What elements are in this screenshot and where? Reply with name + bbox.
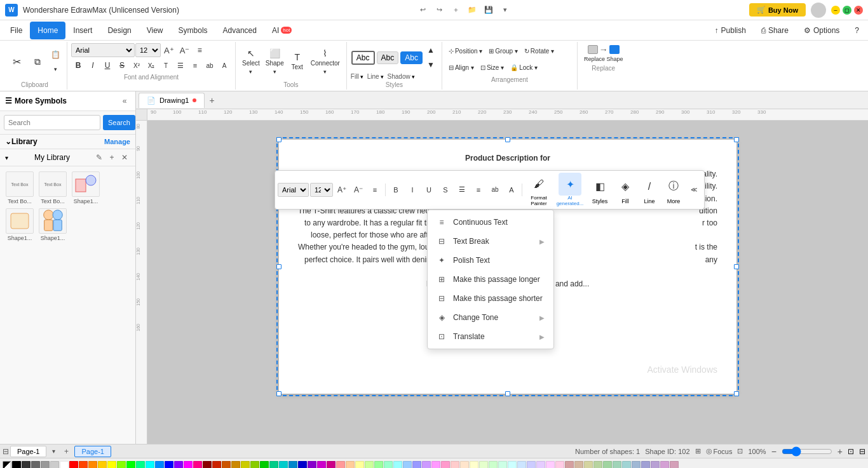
format-painter-button[interactable]: 🖌 <box>527 173 550 196</box>
color-swatch[interactable] <box>527 461 536 469</box>
search-input[interactable] <box>4 115 100 130</box>
color-swatch[interactable] <box>308 461 316 469</box>
color-swatch[interactable] <box>12 461 21 469</box>
publish-button[interactable]: ↑ Publish <box>709 23 752 37</box>
ai-generated-button[interactable]: ✦ <box>559 173 581 196</box>
color-swatch[interactable] <box>136 461 145 469</box>
color-swatch[interactable] <box>317 461 326 469</box>
handle-tm[interactable] <box>505 137 510 142</box>
sidebar-collapse-button[interactable]: « <box>119 95 130 107</box>
edit-library-button[interactable]: ✎ <box>93 152 105 163</box>
color-swatch[interactable] <box>489 461 498 469</box>
close-library-button[interactable]: ✕ <box>119 152 130 163</box>
ft-list[interactable]: ☰ <box>454 182 470 197</box>
zoom-in-button[interactable]: + <box>837 446 843 457</box>
color-swatch[interactable] <box>212 461 221 469</box>
help-button[interactable]: ? <box>848 23 865 37</box>
minimize-button[interactable]: – <box>831 6 840 15</box>
color-swatch[interactable] <box>651 461 660 469</box>
drawing-tab[interactable]: 📄 Drawing1 <box>139 93 205 108</box>
color-swatch[interactable] <box>241 461 250 469</box>
color-swatch[interactable] <box>203 461 212 469</box>
layers-button[interactable]: ⊞ <box>695 447 701 455</box>
increase-font-button[interactable]: A⁺ <box>161 43 177 57</box>
color-swatch[interactable] <box>288 461 297 469</box>
menu-home[interactable]: Home <box>30 22 65 39</box>
color-swatch[interactable] <box>336 461 345 469</box>
ft-styles-button[interactable]: ◧ <box>588 175 611 198</box>
font-size-select[interactable]: 12 <box>135 43 161 57</box>
color-swatch[interactable] <box>546 461 555 469</box>
handle-bl[interactable] <box>276 391 281 396</box>
color-swatch[interactable] <box>298 461 307 469</box>
align-button[interactable]: ⊟ Align ▾ <box>446 60 477 75</box>
color-swatch[interactable] <box>517 461 526 469</box>
handle-mr[interactable] <box>734 264 739 269</box>
ft-increase-font[interactable]: A⁺ <box>334 182 349 197</box>
library-header[interactable]: ⌄ Library Manage <box>0 135 135 149</box>
italic-button[interactable]: I <box>86 58 100 72</box>
color-swatch[interactable] <box>470 461 478 469</box>
text-color-button[interactable]: A <box>217 58 231 72</box>
text-button[interactable]: T Text <box>287 45 308 78</box>
color-swatch[interactable] <box>184 461 193 469</box>
color-swatch[interactable] <box>222 461 231 469</box>
list-item[interactable]: Shape1... <box>38 208 67 241</box>
cm-translate[interactable]: ⊡ Translate ▶ <box>428 327 553 346</box>
ft-align[interactable]: ≡ <box>367 182 383 197</box>
text-style-button[interactable]: T <box>159 58 173 72</box>
cut-button[interactable]: ✂ <box>6 45 27 78</box>
save-button[interactable]: 💾 <box>481 3 496 17</box>
connector-button[interactable]: ⌇ Connector ▾ <box>308 45 342 78</box>
cm-continuous-text[interactable]: ≡ Continuous Text <box>428 213 553 232</box>
color-swatch[interactable] <box>355 461 364 469</box>
menu-design[interactable]: Design <box>100 22 139 39</box>
color-swatch[interactable] <box>79 461 88 469</box>
rotate-button[interactable]: ↻ Rotate ▾ <box>522 43 557 58</box>
zoom-out-button[interactable]: − <box>771 446 776 457</box>
ft-line-button[interactable]: / <box>638 175 661 198</box>
list-item[interactable]: Shape1... <box>71 171 100 204</box>
style-preview-1[interactable]: Abc <box>351 51 375 65</box>
replace-shape-button[interactable]: → Replace Shape <box>581 43 626 64</box>
menu-view[interactable]: View <box>139 22 171 39</box>
color-swatch[interactable] <box>98 461 107 469</box>
styles-down-button[interactable]: ▼ <box>424 58 438 72</box>
subscript-button[interactable]: X₂ <box>144 58 158 72</box>
ft-underline[interactable]: U <box>421 182 437 197</box>
color-swatch[interactable] <box>250 461 259 469</box>
active-page-tab[interactable]: Page-1 <box>74 446 111 457</box>
ft-bullet[interactable]: ≡ <box>471 182 486 197</box>
color-swatch[interactable] <box>31 461 40 469</box>
add-tab-button[interactable]: + <box>205 93 219 107</box>
cm-make-shorter[interactable]: ⊟ Make this passage shorter <box>428 289 553 308</box>
add-page-button[interactable]: ▾ <box>48 446 59 457</box>
ft-strike[interactable]: S <box>438 182 453 197</box>
list-item[interactable]: Text Box Text Bo... <box>38 171 67 204</box>
style-preview-2[interactable]: Abc <box>377 51 399 64</box>
color-swatch[interactable] <box>555 461 564 469</box>
color-swatch[interactable] <box>365 461 374 469</box>
group-button[interactable]: ⊞ Group ▾ <box>486 43 520 58</box>
color-swatch[interactable] <box>231 461 240 469</box>
user-avatar[interactable] <box>811 3 826 18</box>
color-swatch[interactable] <box>279 461 288 469</box>
maximize-button[interactable]: ◻ <box>843 6 851 15</box>
color-swatch[interactable] <box>41 461 50 469</box>
color-swatch[interactable] <box>431 461 440 469</box>
styles-up-button[interactable]: ▲ <box>424 43 438 57</box>
color-swatch[interactable] <box>327 461 336 469</box>
ft-font-select[interactable]: Arial <box>278 183 309 197</box>
paste-arrow[interactable]: ▾ <box>48 62 63 76</box>
menu-symbols[interactable]: Symbols <box>171 22 215 39</box>
list-item[interactable]: Shape1... <box>5 208 34 241</box>
ft-bold[interactable]: B <box>388 182 403 197</box>
size-button[interactable]: ⊡ Size ▾ <box>478 60 506 75</box>
close-button[interactable]: ✕ <box>854 6 863 15</box>
fit-width-button[interactable]: ⊟ <box>859 447 865 456</box>
lock-button[interactable]: 🔒 Lock ▾ <box>508 60 540 75</box>
ft-more-button[interactable]: ⓘ <box>662 175 685 198</box>
color-swatch[interactable] <box>641 461 650 469</box>
cm-text-break[interactable]: ⊟ Text Break ▶ <box>428 232 553 251</box>
add-library-button[interactable]: + <box>106 152 118 163</box>
